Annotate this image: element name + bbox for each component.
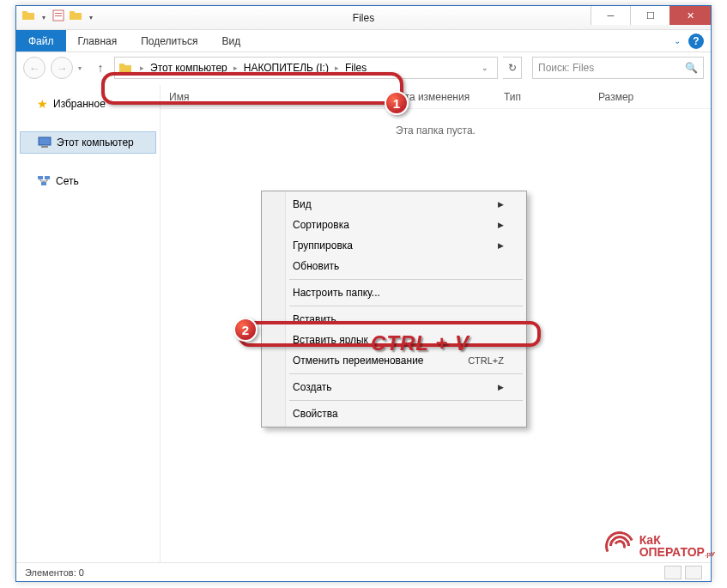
address-folder-icon	[118, 61, 132, 75]
cm-separator	[289, 306, 523, 306]
breadcrumb-pc[interactable]: Этот компьютер	[147, 62, 231, 74]
sidebar-item-this-pc[interactable]: Этот компьютер	[20, 131, 156, 154]
svg-rect-1	[55, 13, 62, 14]
svg-rect-7	[41, 182, 46, 185]
qa-customize-icon[interactable]: ▾	[86, 9, 95, 27]
forward-button[interactable]: →	[51, 57, 73, 79]
properties-icon[interactable]	[51, 9, 65, 22]
breadcrumb-sep[interactable]: ▸	[332, 64, 342, 72]
cm-customize[interactable]: Настроить папку...	[264, 282, 524, 303]
svg-rect-5	[38, 176, 43, 179]
up-button[interactable]: ↑	[92, 59, 109, 76]
cm-view[interactable]: Вид▶	[264, 194, 524, 215]
col-name[interactable]: Имя	[161, 91, 384, 103]
watermark-text: КаК ОПЕРАТОР.рУ	[639, 534, 715, 558]
watermark: КаК ОПЕРАТОР.рУ	[605, 531, 715, 561]
pc-icon	[38, 136, 51, 149]
folder-icon	[21, 9, 35, 22]
view-details-button[interactable]	[664, 566, 682, 579]
cm-separator	[289, 400, 523, 401]
cm-new[interactable]: Создать▶	[264, 377, 524, 397]
tab-home[interactable]: Главная	[66, 30, 130, 52]
svg-rect-3	[39, 137, 51, 145]
col-type[interactable]: Тип	[495, 91, 590, 103]
cm-separator	[289, 373, 523, 374]
search-placeholder: Поиск: Files	[538, 62, 594, 74]
address-dropdown-icon[interactable]: ⌄	[476, 64, 494, 72]
sidebar-item-network[interactable]: Сеть	[16, 171, 160, 191]
submenu-arrow-icon: ▶	[498, 241, 504, 250]
cm-paste[interactable]: Вставить	[264, 309, 524, 330]
cm-properties[interactable]: Свойства	[264, 403, 524, 424]
cm-group[interactable]: Группировка▶	[264, 235, 524, 256]
svg-rect-4	[41, 146, 48, 148]
view-icons-button[interactable]	[685, 566, 702, 579]
annotation-badge-1: 1	[385, 91, 409, 115]
ribbon-expand-icon[interactable]: ⌄	[671, 35, 683, 47]
breadcrumb-sep[interactable]: ▸	[137, 64, 147, 72]
refresh-button[interactable]: ↻	[503, 57, 522, 79]
submenu-arrow-icon: ▶	[498, 383, 504, 391]
cm-sort[interactable]: Сортировка▶	[264, 215, 524, 235]
svg-rect-6	[45, 176, 50, 179]
breadcrumb-drive[interactable]: НАКОПИТЕЛЬ (I:)	[240, 62, 332, 74]
minimize-button[interactable]: ─	[591, 6, 630, 25]
status-bar: Элементов: 0	[16, 562, 711, 581]
cm-refresh[interactable]: Обновить	[264, 256, 524, 276]
help-button[interactable]: ?	[688, 33, 704, 49]
search-input[interactable]: Поиск: Files 🔍	[532, 57, 704, 79]
cm-undo-rename[interactable]: Отменить переименованиеCTRL+Z	[264, 350, 524, 371]
sidebar-label: Избранное	[53, 98, 106, 110]
maximize-button[interactable]: ☐	[630, 6, 669, 25]
context-menu: Вид▶ Сортировка▶ Группировка▶ Обновить Н…	[261, 191, 527, 427]
sidebar: ★ Избранное Этот компьютер Сеть	[16, 85, 161, 562]
address-bar[interactable]: ▸ Этот компьютер ▸ НАКОПИТЕЛЬ (I:) ▸ Fil…	[114, 57, 498, 79]
sidebar-label: Сеть	[56, 175, 79, 187]
annotation-badge-2: 2	[233, 318, 257, 342]
tab-share[interactable]: Поделиться	[129, 30, 209, 52]
titlebar: ▾ ▾ Files ─ ☐ ✕	[16, 6, 711, 30]
column-headers: Имя Дата изменения Тип Размер	[161, 85, 711, 109]
empty-folder-message: Эта папка пуста.	[161, 109, 711, 136]
qa-dropdown-icon[interactable]: ▾	[39, 9, 48, 27]
cm-separator	[289, 279, 523, 280]
col-size[interactable]: Размер	[590, 91, 658, 103]
star-icon: ★	[37, 97, 48, 111]
history-dropdown-icon[interactable]: ▾	[78, 64, 87, 72]
breadcrumb-sep[interactable]: ▸	[231, 64, 240, 72]
cm-paste-shortcut[interactable]: Вставить ярлык	[264, 330, 524, 350]
back-button[interactable]: ←	[23, 57, 45, 79]
svg-rect-2	[55, 15, 62, 16]
cm-shortcut: CTRL+Z	[468, 355, 504, 366]
network-icon	[37, 174, 51, 188]
tab-view[interactable]: Вид	[209, 30, 252, 52]
status-items: Элементов: 0	[25, 567, 84, 578]
watermark-logo-icon	[605, 531, 634, 561]
sidebar-label: Этот компьютер	[57, 136, 134, 149]
file-tab[interactable]: Файл	[16, 30, 66, 52]
search-icon: 🔍	[685, 62, 698, 74]
sidebar-item-favorites[interactable]: ★ Избранное	[16, 94, 160, 114]
new-folder-icon[interactable]	[69, 9, 82, 22]
submenu-arrow-icon: ▶	[498, 221, 504, 229]
breadcrumb-folder[interactable]: Files	[342, 62, 370, 74]
ribbon: Файл Главная Поделиться Вид ⌄ ?	[16, 30, 711, 52]
submenu-arrow-icon: ▶	[498, 200, 504, 209]
nav-row: ← → ▾ ↑ ▸ Этот компьютер ▸ НАКОПИТЕЛЬ (I…	[16, 52, 711, 83]
close-button[interactable]: ✕	[669, 6, 711, 25]
